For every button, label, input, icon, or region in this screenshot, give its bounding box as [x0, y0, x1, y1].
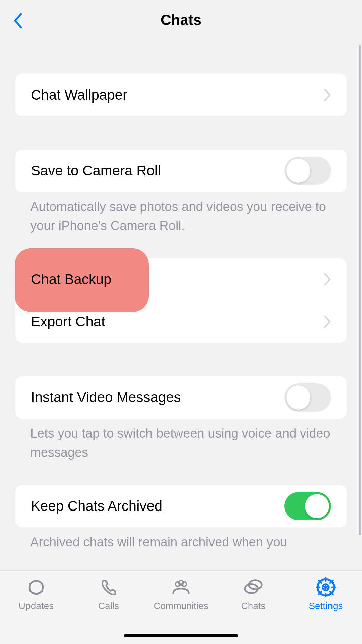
- tab-label: Updates: [19, 601, 54, 611]
- group-wallpaper: Chat Wallpaper: [15, 74, 347, 116]
- row-chat-wallpaper[interactable]: Chat Wallpaper: [15, 74, 347, 116]
- updates-icon: [25, 577, 47, 598]
- footer-keep-archived: Archived chats will remain archived when…: [15, 533, 347, 552]
- toggle-keep-archived[interactable]: [284, 492, 331, 520]
- row-label: Keep Chats Archived: [31, 498, 162, 514]
- tab-label: Chats: [241, 601, 265, 611]
- row-instant-video[interactable]: Instant Video Messages: [15, 376, 347, 419]
- group-keep-archived: Keep Chats Archived: [15, 485, 347, 527]
- row-label: Chat Wallpaper: [31, 87, 127, 103]
- tab-bar: Updates Calls Communities Chats: [0, 570, 362, 644]
- row-save-camera-roll[interactable]: Save to Camera Roll: [15, 150, 347, 192]
- row-label: Save to Camera Roll: [31, 163, 161, 179]
- page-title: Chats: [161, 12, 201, 29]
- tab-settings[interactable]: Settings: [290, 577, 362, 611]
- tab-label: Calls: [98, 601, 119, 611]
- gear-icon: [315, 577, 337, 598]
- row-label: Export Chat: [31, 314, 105, 330]
- tab-calls[interactable]: Calls: [72, 577, 145, 611]
- group-camera-roll: Save to Camera Roll: [15, 150, 347, 192]
- tab-communities[interactable]: Communities: [145, 577, 217, 611]
- home-indicator[interactable]: [124, 634, 238, 637]
- footer-instant-video: Lets you tap to switch between using voi…: [15, 424, 347, 462]
- row-chat-backup[interactable]: Chat Backup: [15, 258, 347, 301]
- toggle-save-camera-roll[interactable]: [284, 157, 331, 185]
- row-keep-archived[interactable]: Keep Chats Archived: [15, 485, 347, 527]
- scrollbar[interactable]: [359, 45, 361, 535]
- chevron-right-icon: [324, 273, 331, 285]
- tab-label: Settings: [309, 601, 343, 611]
- phone-icon: [98, 577, 119, 598]
- header: Chats: [0, 0, 362, 40]
- chevron-left-icon: [13, 13, 23, 28]
- row-label: Instant Video Messages: [31, 389, 181, 406]
- row-label: Chat Backup: [31, 271, 111, 287]
- tab-chats[interactable]: Chats: [217, 577, 290, 611]
- toggle-knob: [286, 159, 310, 183]
- toggle-instant-video[interactable]: [284, 383, 331, 412]
- group-backup-export: Chat Backup Export Chat: [15, 258, 347, 343]
- group-instant-video: Instant Video Messages: [15, 376, 347, 419]
- communities-icon: [170, 577, 192, 598]
- footer-camera-roll: Automatically save photos and videos you…: [15, 197, 347, 235]
- chevron-right-icon: [324, 89, 331, 101]
- chats-icon: [243, 577, 264, 598]
- tab-label: Communities: [154, 601, 208, 611]
- content-scroll[interactable]: Chat Wallpaper Save to Camera Roll Autom…: [0, 40, 362, 570]
- tab-updates[interactable]: Updates: [0, 577, 72, 611]
- back-button[interactable]: [8, 11, 28, 31]
- toggle-knob: [305, 494, 329, 518]
- chevron-right-icon: [324, 316, 331, 328]
- toggle-knob: [286, 385, 310, 410]
